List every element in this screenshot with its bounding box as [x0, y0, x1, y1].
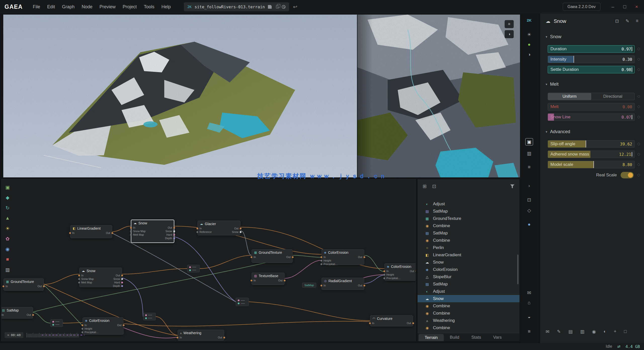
- water-icon[interactable]: ◉: [4, 246, 11, 252]
- output-port[interactable]: Depth: [113, 284, 120, 288]
- output-port[interactable]: Out: [106, 231, 110, 235]
- primitives-icon[interactable]: ▣: [4, 184, 11, 190]
- file-bar[interactable]: 2K site_followRivers-013.terrain: [184, 2, 289, 11]
- output-port[interactable]: Out: [37, 284, 42, 288]
- port-dot[interactable]: [240, 231, 242, 233]
- input-port[interactable]: In: [372, 321, 374, 325]
- port-dot[interactable]: [364, 256, 365, 258]
- list-item-snow[interactable]: ☁Snow: [418, 295, 519, 302]
- input-port[interactable]: In: [72, 231, 74, 235]
- comment-icon[interactable]: ✉: [520, 290, 538, 296]
- output-port[interactable]: Hard: [113, 281, 120, 284]
- port-dot[interactable]: [320, 256, 322, 258]
- list-item-groundtexture[interactable]: ▦GroundTexture: [418, 215, 519, 222]
- port-dot[interactable]: [251, 280, 252, 281]
- port-dot[interactable]: [121, 282, 123, 283]
- tools-icon[interactable]: ✎: [625, 18, 629, 24]
- menu-help[interactable]: Help: [158, 4, 174, 10]
- graph-mini-node-satmap[interactable]: SatMap: [302, 283, 316, 288]
- list-item-perlin[interactable]: ○Perlin: [418, 244, 519, 251]
- lighting-icon[interactable]: ☀: [4, 225, 11, 232]
- list-item-snow[interactable]: ☁Snow: [418, 259, 519, 266]
- property-duration[interactable]: Duration0.97: [548, 45, 635, 53]
- section-header-melt[interactable]: ▾Melt: [540, 76, 644, 90]
- property-model-scale[interactable]: Model scale8.80: [548, 161, 635, 168]
- input-port[interactable]: In: [6, 284, 8, 288]
- port-dot[interactable]: [383, 277, 385, 279]
- list-item-weathering[interactable]: ▵Weathering: [418, 317, 519, 324]
- contrast-icon[interactable]: ◑: [520, 52, 538, 57]
- menu-file[interactable]: File: [29, 4, 44, 10]
- port-dot[interactable]: [284, 280, 286, 281]
- input-port[interactable]: Precipitati…: [386, 276, 401, 280]
- graph-node-glacier[interactable]: ☁GlacierInReferenceOutSnow: [197, 221, 240, 235]
- output-port[interactable]: Out: [286, 255, 291, 259]
- input-port[interactable]: In: [386, 269, 401, 273]
- pin-panel-icon[interactable]: ⊡: [615, 18, 619, 24]
- port-dot[interactable]: [69, 232, 71, 234]
- flora-icon[interactable]: ✿: [4, 235, 11, 242]
- stats-icon[interactable]: ▥: [4, 266, 11, 273]
- input-port[interactable]: In: [199, 227, 212, 230]
- output-port[interactable]: Out: [358, 284, 362, 287]
- output-port[interactable]: Out: [407, 321, 411, 325]
- reset-dot[interactable]: [637, 48, 640, 50]
- graph-node-groundtexture[interactable]: ▦GroundTextureInOut: [252, 249, 293, 263]
- list-item-colorerosion[interactable]: ◈ColorErosion: [418, 266, 519, 273]
- contrast-icon[interactable]: ◐: [603, 329, 606, 334]
- property-intensity[interactable]: Intensity0.30: [548, 56, 635, 63]
- port-dot[interactable]: [364, 285, 365, 286]
- rows-icon[interactable]: ▥: [580, 329, 584, 334]
- port-dot[interactable]: [196, 231, 198, 233]
- branch-icon[interactable]: ◇: [520, 208, 538, 213]
- viewport-topdown[interactable]: [357, 15, 520, 177]
- filter-icon[interactable]: [510, 184, 514, 188]
- real-scale-toggle[interactable]: [621, 172, 634, 178]
- property-settle-duration[interactable]: Settle Duration0.98: [548, 66, 635, 73]
- maximize-button[interactable]: □: [623, 4, 626, 10]
- menu-preview[interactable]: Preview: [96, 4, 119, 10]
- port-dot[interactable]: [383, 270, 385, 272]
- input-port[interactable]: In: [81, 274, 94, 277]
- port-dot[interactable]: [121, 285, 123, 287]
- menu-graph[interactable]: Graph: [59, 4, 78, 10]
- graph-portal-node[interactable]: [50, 319, 63, 327]
- viewport-contrast-icon[interactable]: ◑: [505, 30, 514, 38]
- list-item-satmap[interactable]: ▤SatMap: [418, 208, 519, 215]
- graph-node-texturebase[interactable]: ▨TextureBaseInOut: [252, 273, 285, 285]
- port-dot[interactable]: [111, 232, 113, 234]
- input-port[interactable]: In: [324, 255, 338, 259]
- input-port[interactable]: Precipitati…: [85, 330, 99, 334]
- input-port[interactable]: In: [254, 279, 256, 282]
- port-dot[interactable]: [123, 324, 125, 326]
- port-dot[interactable]: [130, 234, 132, 236]
- viewport-3d[interactable]: [3, 15, 357, 177]
- output-port[interactable]: Out: [410, 269, 414, 273]
- render-dot-icon[interactable]: ●: [520, 42, 538, 47]
- sliders-icon[interactable]: ≡: [520, 164, 538, 170]
- list-item-slopeblur[interactable]: △SlopeBlur: [418, 273, 519, 280]
- segment-option-directional[interactable]: Directional: [591, 93, 634, 100]
- output-port[interactable]: Out: [27, 313, 31, 317]
- output-port[interactable]: Out: [117, 323, 122, 327]
- undo-icon[interactable]: ↩: [293, 4, 297, 10]
- surface-icon[interactable]: ▲: [4, 215, 11, 221]
- input-port[interactable]: Snow Map: [81, 277, 94, 281]
- palette-icon[interactable]: ◒: [520, 314, 538, 320]
- input-port[interactable]: Snow Map: [133, 229, 146, 233]
- property-snow-line[interactable]: Snow Line0.07: [548, 113, 635, 121]
- input-port[interactable]: Height: [324, 259, 338, 262]
- expand-icon[interactable]: □: [624, 329, 627, 334]
- layout-icon[interactable]: ▥: [520, 151, 538, 156]
- graph-node-colorerosion[interactable]: ◈ColorErosionInHeightPrecipitati…Out: [384, 263, 416, 281]
- list-item-combine[interactable]: ◉Combine: [418, 310, 519, 317]
- reset-dot[interactable]: [637, 106, 640, 108]
- graph-node-colorerosion[interactable]: ◈ColorErosionInHeightPrecipitati…Out: [321, 249, 364, 265]
- section-header-snow[interactable]: ▾Snow: [540, 29, 644, 42]
- port-dot[interactable]: [78, 282, 80, 283]
- port-dot[interactable]: [78, 275, 80, 276]
- output-port[interactable]: Out: [218, 336, 222, 339]
- menu-edit[interactable]: Edit: [44, 4, 58, 10]
- port-dot[interactable]: [369, 322, 371, 324]
- panel-menu-icon[interactable]: ≡: [636, 18, 638, 24]
